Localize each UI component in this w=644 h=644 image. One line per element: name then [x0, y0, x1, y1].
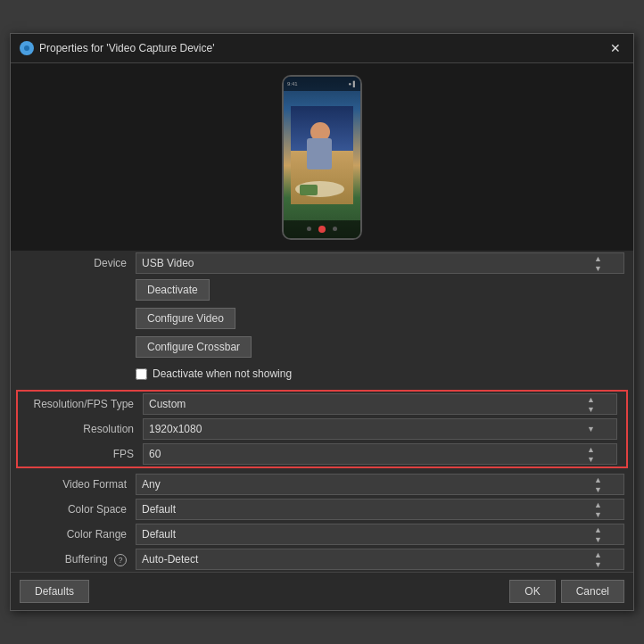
resolution-control: 1920x1080 ▼: [143, 418, 617, 440]
bottom-dot-small-1: [307, 227, 311, 231]
color-range-label: Color Range: [20, 528, 136, 541]
device-control: USB Video ▲ ▼: [136, 252, 624, 274]
deactivate-button[interactable]: Deactivate: [136, 279, 210, 301]
color-range-dropdown[interactable]: Default ▲ ▼: [136, 524, 624, 545]
video-format-control: Any ▲ ▼: [136, 474, 624, 495]
buffering-arrow: ▲ ▼: [594, 550, 602, 569]
deactivate-checkbox-row: Deactivate when not showing: [11, 361, 633, 386]
configure-video-row: Configure Video: [11, 304, 633, 333]
color-range-control: Default ▲ ▼: [136, 524, 624, 545]
deactivate-when-not-showing-label: Deactivate when not showing: [153, 367, 292, 380]
video-format-arrow: ▲ ▼: [594, 475, 602, 494]
configure-crossbar-row: Configure Crossbar: [11, 333, 633, 361]
buffering-value: Auto-Detect: [142, 553, 198, 566]
fps-value: 60: [149, 448, 161, 460]
color-range-arrow: ▲ ▼: [594, 525, 602, 544]
buffering-row: Buffering ? Auto-Detect ▲ ▼: [11, 547, 633, 572]
fps-dropdown[interactable]: 60 ▲ ▼: [143, 443, 617, 465]
title-bar-left: Properties for 'Video Capture Device': [20, 41, 214, 55]
svg-point-1: [24, 45, 29, 51]
configure-crossbar-button[interactable]: Configure Crossbar: [136, 336, 252, 358]
resolution-dropdown[interactable]: 1920x1080 ▼: [143, 418, 617, 440]
resolution-fps-type-dropdown[interactable]: Custom ▲ ▼: [143, 393, 617, 415]
phone-status-right: ● ▌: [348, 81, 357, 87]
phone-content: [284, 91, 360, 220]
resolution-value: 1920x1080: [149, 423, 202, 435]
ok-button[interactable]: OK: [509, 580, 555, 603]
action-buttons-row: Deactivate: [11, 276, 633, 304]
properties-dialog: Properties for 'Video Capture Device' ✕ …: [10, 33, 634, 611]
device-row: Device USB Video ▲ ▼: [11, 251, 633, 276]
phone-frame: 9:41 ● ▌: [282, 75, 362, 240]
bottom-dot-small-2: [333, 227, 337, 231]
color-space-arrow: ▲ ▼: [594, 500, 602, 519]
device-label: Device: [20, 257, 136, 269]
buffering-dropdown[interactable]: Auto-Detect ▲ ▼: [136, 549, 624, 570]
buffering-control: Auto-Detect ▲ ▼: [136, 549, 624, 570]
color-range-value: Default: [142, 528, 176, 541]
resolution-fps-type-label: Resolution/FPS Type: [27, 398, 143, 410]
color-space-control: Default ▲ ▼: [136, 499, 624, 520]
right-buttons: OK Cancel: [509, 580, 624, 603]
resolution-fps-arrow: ▲ ▼: [587, 395, 595, 414]
content-area: Device USB Video ▲ ▼ Deactivate Configur…: [11, 251, 633, 572]
device-dropdown-arrow: ▲ ▼: [594, 254, 602, 273]
obs-icon: [20, 41, 34, 55]
preview-area: 9:41 ● ▌: [11, 63, 633, 251]
checkbox-container: Deactivate when not showing: [136, 367, 292, 380]
phone-bottom-bar: [284, 220, 360, 238]
color-range-row: Color Range Default ▲ ▼: [11, 522, 633, 547]
configure-video-button[interactable]: Configure Video: [136, 308, 235, 329]
resolution-fps-type-value: Custom: [149, 398, 186, 410]
close-button[interactable]: ✕: [607, 39, 624, 57]
phone-screen: 9:41 ● ▌: [284, 77, 360, 238]
cancel-button[interactable]: Cancel: [561, 580, 624, 603]
resolution-fps-type-row: Resolution/FPS Type Custom ▲ ▼: [18, 392, 626, 417]
child-body: [307, 138, 332, 169]
dialog-title: Properties for 'Video Capture Device': [39, 42, 214, 54]
resolution-label: Resolution: [27, 423, 143, 435]
defaults-button[interactable]: Defaults: [20, 580, 89, 603]
video-format-row: Video Format Any ▲ ▼: [11, 472, 633, 497]
color-space-value: Default: [142, 503, 176, 516]
phone-status-left: 9:41: [287, 81, 298, 87]
phone-top-bar: 9:41 ● ▌: [284, 77, 360, 91]
fps-control: 60 ▲ ▼: [143, 443, 617, 465]
color-space-row: Color Space Default ▲ ▼: [11, 497, 633, 522]
video-format-dropdown[interactable]: Any ▲ ▼: [136, 474, 624, 495]
resolution-row: Resolution 1920x1080 ▼: [18, 417, 626, 442]
title-bar: Properties for 'Video Capture Device' ✕: [11, 34, 633, 63]
fps-arrow: ▲ ▼: [587, 445, 595, 464]
color-space-dropdown[interactable]: Default ▲ ▼: [136, 499, 624, 520]
deactivate-when-not-showing-checkbox[interactable]: [136, 368, 147, 380]
device-dropdown[interactable]: USB Video ▲ ▼: [136, 252, 624, 274]
video-format-value: Any: [142, 478, 161, 491]
scene-container: [291, 106, 353, 204]
color-space-label: Color Space: [20, 503, 136, 516]
resolution-fps-type-control: Custom ▲ ▼: [143, 393, 617, 415]
resolution-arrow: ▼: [587, 425, 595, 433]
video-format-label: Video Format: [20, 478, 136, 491]
fps-row: FPS 60 ▲ ▼: [18, 442, 626, 466]
fps-label: FPS: [27, 448, 143, 460]
food-greens: [300, 185, 318, 195]
bottom-bar: Defaults OK Cancel: [11, 572, 633, 610]
record-dot: [318, 226, 326, 233]
buffering-label: Buffering ?: [20, 553, 136, 566]
device-value: USB Video: [142, 257, 194, 269]
highlighted-section: Resolution/FPS Type Custom ▲ ▼ Resolutio…: [16, 390, 628, 468]
buffering-help-icon[interactable]: ?: [114, 554, 127, 566]
